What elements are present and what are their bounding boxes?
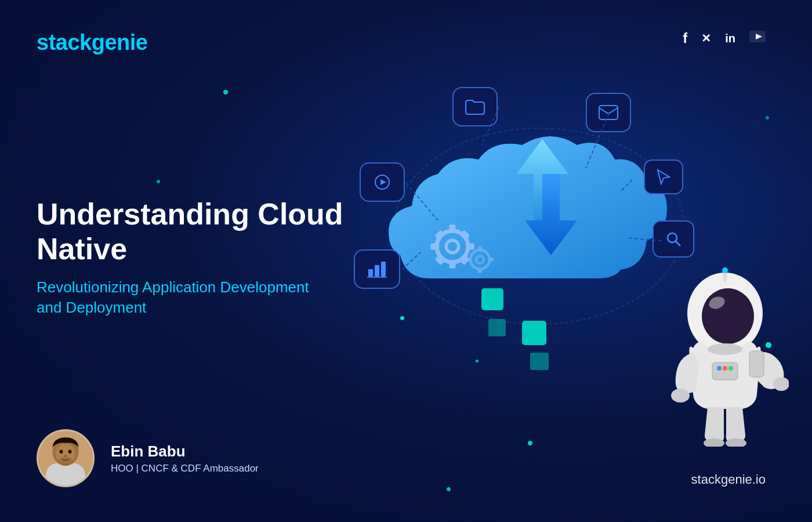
svg-rect-47 xyxy=(749,351,764,377)
svg-point-49 xyxy=(722,267,728,273)
youtube-icon[interactable] xyxy=(749,31,766,46)
author-role: HOO | CNCF & CDF Ambassador xyxy=(111,463,259,474)
folder-icon-box xyxy=(452,87,498,126)
cloud-illustration xyxy=(336,46,812,464)
cursor-icon-box xyxy=(644,160,683,194)
logo: stackgenie xyxy=(37,30,147,55)
author-section: Ebin Babu HOO | CNCF & CDF Ambassador xyxy=(37,429,259,487)
svg-point-54 xyxy=(58,456,73,465)
svg-line-25 xyxy=(676,241,680,246)
svg-rect-19 xyxy=(488,258,494,262)
svg-rect-7 xyxy=(449,260,456,268)
facebook-icon[interactable]: f xyxy=(683,30,687,46)
logo-text-genie: genie xyxy=(92,30,148,55)
svg-point-56 xyxy=(68,449,72,454)
svg-point-50 xyxy=(708,343,742,355)
video-icon-box xyxy=(360,162,405,202)
linkedin-icon[interactable]: in xyxy=(725,32,735,45)
svg-rect-6 xyxy=(449,224,456,233)
subtitle-line1: Revolutionizing Application Development xyxy=(37,278,309,296)
svg-rect-16 xyxy=(478,246,482,251)
mail-icon-box xyxy=(586,93,631,132)
glow-dot-8 xyxy=(447,487,451,491)
svg-rect-22 xyxy=(599,106,618,119)
glow-dot-1 xyxy=(223,90,228,95)
social-icons-bar: f ✕ in xyxy=(683,30,766,46)
svg-rect-17 xyxy=(478,268,482,273)
author-avatar xyxy=(37,429,95,487)
svg-point-24 xyxy=(668,233,677,242)
svg-rect-39 xyxy=(712,362,738,380)
glow-dot-2 xyxy=(157,180,160,183)
website-url: stackgenie.io xyxy=(691,472,766,487)
svg-point-42 xyxy=(728,366,733,371)
cube-2 xyxy=(522,321,546,345)
svg-point-40 xyxy=(717,366,722,371)
svg-point-57 xyxy=(64,455,67,457)
author-name: Ebin Babu xyxy=(111,443,259,461)
svg-rect-8 xyxy=(430,244,438,250)
svg-marker-23 xyxy=(658,170,669,184)
author-info: Ebin Babu HOO | CNCF & CDF Ambassador xyxy=(111,443,259,474)
main-title-heading: Understanding Cloud Native xyxy=(37,197,396,267)
hero-text: Understanding Cloud Native Revolutionizi… xyxy=(37,197,396,318)
cloud-graphic xyxy=(371,104,708,325)
svg-point-41 xyxy=(723,366,727,371)
x-twitter-icon[interactable]: ✕ xyxy=(701,31,711,45)
svg-point-44 xyxy=(773,377,789,391)
svg-marker-21 xyxy=(380,179,386,185)
subtitle-line2: and Deployment xyxy=(37,299,146,316)
svg-point-43 xyxy=(671,389,690,403)
cube-1 xyxy=(481,288,503,310)
logo-text-stack: stack xyxy=(37,30,92,55)
svg-rect-9 xyxy=(466,244,474,250)
search-icon-box xyxy=(652,220,694,258)
svg-point-37 xyxy=(702,288,754,344)
astronaut-illustration xyxy=(661,261,789,447)
cube-1-shadow xyxy=(488,319,506,336)
svg-rect-18 xyxy=(466,258,472,262)
main-subtitle: Revolutionizing Application Development … xyxy=(37,277,396,318)
cube-2-shadow xyxy=(530,353,549,370)
svg-point-55 xyxy=(60,449,63,454)
